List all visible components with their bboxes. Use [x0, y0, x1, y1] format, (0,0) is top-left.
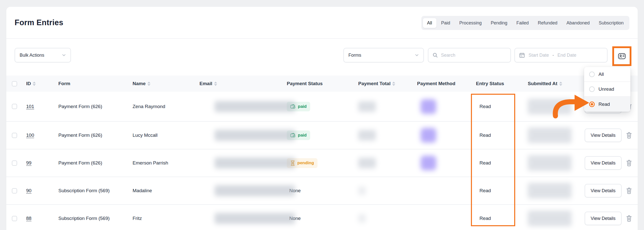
tab-failed[interactable]: Failed: [512, 18, 533, 28]
redacted-payment-total: [358, 158, 376, 168]
redacted-submitted-at: [528, 99, 572, 114]
column-header-id[interactable]: ID: [26, 81, 58, 86]
email-cell-redacted: [199, 157, 287, 169]
payment-status-cell: None: [287, 188, 358, 193]
select-all-checkbox[interactable]: [12, 81, 17, 86]
delete-entry-button[interactable]: [626, 159, 632, 167]
forms-filter-select[interactable]: Forms: [343, 48, 424, 62]
column-header-entry-status: Entry Status: [476, 81, 528, 86]
sort-arrows-icon[interactable]: [214, 82, 217, 86]
entry-id-link[interactable]: 90: [26, 188, 31, 193]
payment-status-cell: pending: [287, 158, 358, 168]
bulk-actions-select[interactable]: Bulk Actions: [15, 48, 71, 62]
radio-unchecked-icon[interactable]: [589, 86, 595, 92]
view-details-button[interactable]: View Details: [585, 212, 622, 225]
delete-entry-button[interactable]: [626, 187, 632, 194]
submitted-at-cell-redacted: [528, 183, 585, 199]
payment-method-cell-redacted: [417, 99, 476, 114]
menu-option-unread[interactable]: Unread: [584, 82, 630, 97]
form-cell: Payment Form (626): [58, 160, 133, 166]
column-header-payment-status: Payment Status: [287, 81, 358, 86]
column-label: Entry Status: [476, 81, 504, 86]
tab-refunded[interactable]: Refunded: [534, 18, 562, 28]
bulk-actions-label: Bulk Actions: [20, 53, 44, 58]
column-header-submitted-at[interactable]: Submitted At: [528, 81, 585, 86]
redacted-submitted-at: [528, 127, 572, 143]
submitted-at-cell-redacted: [528, 155, 585, 171]
row-checkbox[interactable]: [12, 160, 17, 166]
entry-id-link[interactable]: 99: [26, 160, 31, 166]
menu-option-label: Read: [598, 102, 610, 107]
redacted-payment-method: [421, 99, 436, 114]
search-input[interactable]: Search: [428, 48, 511, 62]
redacted-submitted-at: [528, 183, 572, 199]
payment-method-cell-redacted: [417, 156, 476, 170]
redacted-email: [215, 130, 295, 141]
start-date-placeholder: Start Date: [529, 53, 549, 58]
tab-pending[interactable]: Pending: [487, 18, 512, 28]
redacted-payment-method: [421, 156, 436, 170]
sort-arrows-icon[interactable]: [559, 82, 562, 86]
date-range-picker[interactable]: Start Date - End Date: [514, 48, 608, 62]
submitted-at-cell-redacted: [528, 99, 585, 114]
tab-subscription[interactable]: Subscription: [594, 18, 628, 28]
sort-arrows-icon[interactable]: [147, 82, 150, 86]
row-checkbox[interactable]: [12, 216, 17, 221]
column-label: ID: [26, 81, 31, 86]
tab-all[interactable]: All: [423, 18, 436, 28]
table-row: 99 Payment Form (626) Emerson Parrish pe…: [6, 149, 638, 177]
trash-icon: [626, 215, 632, 222]
column-header-payment-total[interactable]: Payment Total: [358, 81, 417, 86]
trash-icon: [626, 159, 632, 167]
column-header-name[interactable]: Name: [133, 81, 199, 86]
submitted-at-cell-redacted: [528, 211, 585, 226]
tab-abandoned[interactable]: Abandoned: [562, 18, 594, 28]
payment-total-cell-redacted: [358, 214, 417, 223]
delete-entry-button[interactable]: [626, 132, 632, 139]
menu-option-all[interactable]: All: [584, 67, 630, 82]
entry-id-link[interactable]: 88: [26, 216, 31, 221]
search-placeholder: Search: [441, 53, 455, 58]
view-details-button[interactable]: View Details: [585, 184, 622, 198]
entry-id-link[interactable]: 100: [26, 133, 34, 138]
entry-status-filter-button[interactable]: [612, 46, 631, 66]
redacted-email: [215, 213, 295, 224]
payment-status-cell: None: [287, 216, 358, 221]
sort-arrows-icon[interactable]: [392, 82, 395, 86]
entry-status-cell: Read: [476, 160, 528, 166]
trash-icon: [626, 187, 632, 194]
menu-option-read[interactable]: Read: [584, 97, 630, 112]
radio-checked-icon[interactable]: [589, 102, 595, 107]
entry-id-link[interactable]: 101: [26, 104, 34, 109]
tab-paid[interactable]: Paid: [437, 18, 455, 28]
sort-arrows-icon[interactable]: [33, 82, 36, 86]
form-entries-panel: Form Entries AllPaidProcessingPendingFai…: [6, 7, 638, 230]
form-cell: Payment Form (626): [58, 133, 133, 138]
table-row: 101 Payment Form (626) Zena Raymond paid…: [6, 92, 638, 122]
email-cell-redacted: [199, 185, 287, 196]
payment-status-tabs: AllPaidProcessingPendingFailedRefundedAb…: [421, 16, 629, 30]
submitted-at-cell-redacted: [528, 127, 585, 143]
redacted-payment-total: [358, 214, 366, 223]
column-header-form: Form: [58, 81, 133, 86]
column-header-email[interactable]: Email: [199, 81, 287, 86]
redacted-email: [215, 185, 295, 196]
row-checkbox[interactable]: [12, 104, 17, 109]
redacted-submitted-at: [528, 155, 572, 171]
panel-header: Form Entries AllPaidProcessingPendingFai…: [6, 7, 638, 38]
radio-unchecked-icon[interactable]: [589, 72, 595, 77]
calendar-icon: [519, 52, 525, 58]
column-label: Payment Total: [358, 81, 390, 86]
column-label: Submitted At: [528, 81, 557, 86]
row-checkbox[interactable]: [12, 133, 17, 138]
view-details-button[interactable]: View Details: [585, 128, 622, 142]
menu-option-label: Unread: [598, 86, 614, 92]
redacted-email: [215, 157, 295, 169]
search-icon: [432, 52, 438, 58]
delete-entry-button[interactable]: [626, 215, 632, 222]
row-checkbox[interactable]: [12, 188, 17, 193]
view-details-button[interactable]: View Details: [585, 156, 622, 170]
tab-processing[interactable]: Processing: [455, 18, 486, 28]
redacted-submitted-at: [528, 211, 572, 226]
payment-method-cell-redacted: [417, 128, 476, 143]
